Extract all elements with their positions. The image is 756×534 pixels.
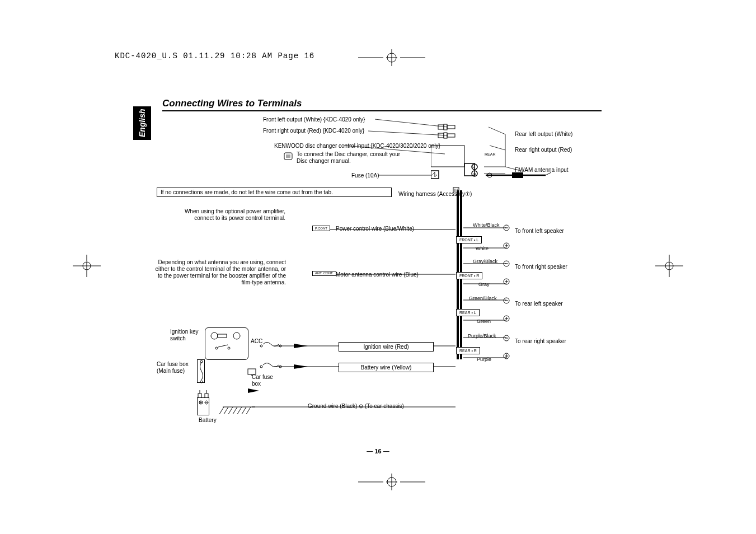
svg-line-65 (219, 407, 224, 414)
crop-mark-right-icon (655, 255, 683, 277)
svg-rect-118 (198, 394, 201, 398)
plus-icon (503, 242, 510, 250)
svg-line-66 (224, 407, 228, 414)
acc-label: ACC (251, 338, 262, 344)
svg-line-71 (246, 407, 251, 414)
svg-point-76 (279, 345, 281, 347)
gray-black-label: Gray/Black (473, 259, 497, 264)
plus-icon-2 (503, 278, 510, 285)
front-left-output-label: Front left output (White) {KDC-4020 only… (263, 116, 365, 123)
svg-rect-23 (444, 133, 447, 138)
svg-marker-73 (294, 364, 308, 369)
to-rear-right-speaker: To rear right speaker (515, 338, 566, 345)
svg-rect-20 (444, 124, 447, 130)
svg-rect-21 (447, 125, 455, 129)
minus-icon (503, 224, 510, 232)
crop-mark-left-icon (73, 255, 101, 277)
amplifier-note: When using the optional power amplifier,… (173, 208, 285, 222)
head-unit-icon (431, 123, 526, 193)
to-front-left-speaker: To front left speaker (515, 228, 564, 235)
svg-line-68 (233, 407, 237, 414)
battery-icon (197, 397, 209, 415)
to-rear-left-speaker: To rear left speaker (515, 301, 563, 307)
language-tab: English (133, 106, 151, 140)
manual-icon (283, 151, 294, 162)
white-black-label: White/Black (473, 222, 500, 228)
svg-rect-25 (438, 133, 444, 138)
print-header: KDC-4020_U.S 01.11.29 10:28 AM Page 16 (115, 51, 314, 60)
minus-icon-4 (503, 334, 510, 342)
svg-line-70 (242, 407, 246, 414)
to-front-right-speaker: To front right speaker (515, 264, 567, 270)
kenwood-input-label: KENWOOD disc changer control input {KDC-… (274, 143, 440, 149)
svg-point-103 (211, 332, 218, 339)
svg-point-78 (279, 366, 281, 368)
ground-wire-label: Ground wire (Black) ⊖ (To car chassis) (308, 403, 404, 409)
pcont-wire-label: Power control wire (Blue/White) (336, 226, 414, 232)
minus-icon-2 (503, 260, 510, 268)
page-title: Connecting Wires to Terminals (162, 98, 602, 111)
front-r-box: FRONT • R (456, 272, 482, 279)
crop-mark-top-icon (358, 49, 425, 66)
green-black-label: Green/Black (469, 296, 497, 301)
gray-label: Gray (478, 282, 490, 287)
purple-label: Purple (477, 357, 491, 362)
disc-changer-note: To connect the Disc changer, consult you… (297, 151, 408, 165)
fmam-input-label: FM/AM antenna input (515, 167, 569, 173)
svg-point-77 (260, 366, 262, 368)
svg-point-110 (200, 381, 203, 383)
motor-antenna-wire-label: Motor antenna control wire (Blue) (336, 271, 419, 278)
car-fuse-main-label: Car fuse box (Main fuse) (157, 361, 196, 374)
rear-r-box: REAR • R (456, 347, 480, 354)
plus-icon-3 (503, 315, 510, 322)
svg-line-69 (237, 407, 242, 414)
rear-tag: REAR (485, 152, 495, 156)
antenna-note: Depending on what antenna you are using,… (153, 259, 286, 286)
svg-rect-24 (447, 134, 455, 137)
pcont-tag: P.CONT (312, 226, 330, 231)
battery-terminals-icon (197, 390, 209, 398)
battery-label: Battery (199, 417, 217, 423)
green-label: Green (477, 318, 491, 324)
fuse-box-icon (247, 368, 256, 376)
crop-mark-bottom-icon (358, 474, 425, 490)
svg-point-105 (233, 332, 240, 339)
svg-marker-74 (248, 388, 259, 393)
l-tag: L (472, 165, 475, 168)
svg-line-67 (228, 407, 233, 414)
svg-point-107 (228, 347, 230, 349)
no-connection-note: If no connections are made, do not let t… (157, 188, 392, 197)
minus-icon-3 (503, 297, 510, 305)
battery-wire-label: Battery wire (Yellow) (339, 363, 434, 372)
svg-rect-119 (205, 394, 208, 398)
svg-rect-22 (438, 125, 444, 129)
ignition-key-label: Ignition key switch (170, 329, 204, 342)
plus-icon-4 (503, 352, 510, 360)
ignition-wire-label: Ignition wire (Red) (339, 342, 434, 352)
page-number: — 16 — (367, 448, 389, 455)
front-l-box: FRONT • L (456, 236, 482, 243)
svg-point-75 (260, 345, 262, 347)
front-right-output-label: Front right output (Red) {KDC-4020 only} (263, 128, 364, 134)
svg-line-108 (218, 345, 228, 347)
svg-rect-111 (248, 369, 256, 374)
wiring-diagram: Front left output (White) {KDC-4020 only… (151, 112, 604, 448)
rear-l-box: REAR • L (456, 309, 480, 316)
purple-black-label: Purple/Black (468, 333, 496, 339)
white-label: White (476, 246, 489, 251)
wiring-harness-label: Wiring harness (Accessory①) (398, 191, 472, 198)
svg-marker-72 (294, 344, 308, 348)
r-tag: R (473, 172, 476, 176)
svg-point-106 (215, 347, 218, 349)
ignition-box-icon (205, 327, 248, 360)
rear-right-output-label: Rear right output (Red) (515, 147, 572, 153)
svg-rect-104 (218, 334, 227, 338)
fuse-label: Fuse (10A) (351, 172, 379, 179)
antcont-tag: ANT. CONT. (312, 271, 336, 276)
main-fuse-icon (197, 359, 205, 383)
rear-left-output-label: Rear left output (White) (515, 131, 572, 137)
